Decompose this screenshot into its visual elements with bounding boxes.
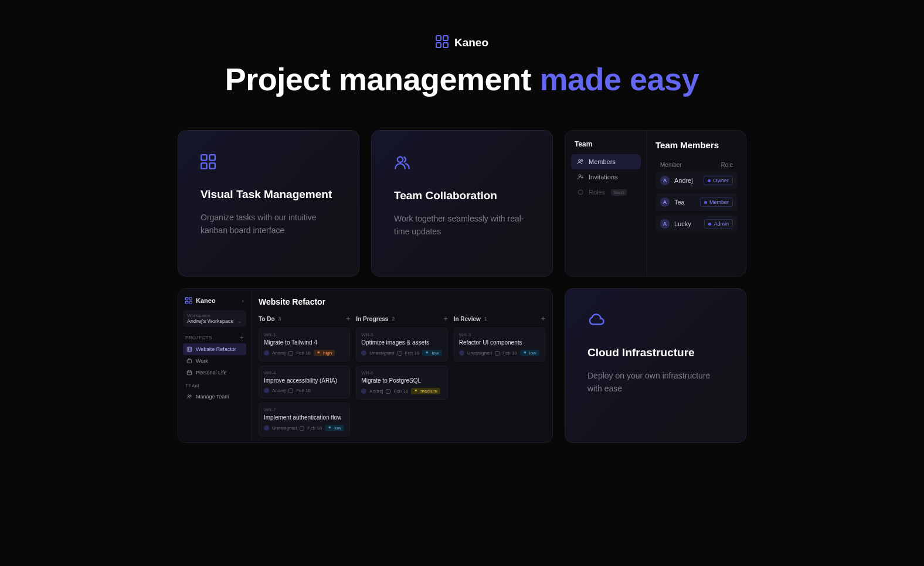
- member-row[interactable]: A Andrej Owner: [655, 172, 738, 189]
- assignee-avatar: [264, 350, 269, 356]
- svg-rect-22: [187, 360, 192, 363]
- kanban-column: In Review 1 + WR-3 Refactor UI component…: [454, 315, 545, 441]
- due-date: Feb 16: [307, 425, 322, 431]
- project-item[interactable]: Personal Life: [183, 367, 246, 379]
- kanban-main: Website Refactor To Do 3 + WR-1 Migrate …: [252, 289, 552, 442]
- task-title: Migrate to PostgreSQL: [361, 377, 442, 384]
- soon-badge: Soon: [611, 189, 627, 196]
- task-id: WR-6: [361, 370, 442, 376]
- kanban-sidebar: Kaneo ‹ Workspace Andrej's Workspace ⌄ P…: [178, 289, 252, 442]
- card-team-collab: Team Collaboration Work together seamles…: [371, 130, 553, 277]
- column-name: In Progress: [356, 316, 388, 322]
- card-visual-task: Visual Task Management Organize tasks wi…: [178, 130, 359, 277]
- task-id: WR-1: [264, 332, 345, 337]
- priority-badge: low: [422, 350, 441, 356]
- team-main: Team Members Member Role A Andrej OwnerA…: [647, 131, 746, 276]
- project-item[interactable]: Work: [183, 355, 246, 367]
- task-card[interactable]: WR-5 Optimize images & assets Unassigned…: [356, 328, 447, 362]
- card-desc: Work together seamlessly with real-time …: [394, 213, 530, 238]
- svg-rect-1: [443, 36, 448, 40]
- assignee-avatar: [264, 425, 269, 431]
- collapse-icon[interactable]: ‹: [242, 298, 244, 304]
- member-name: Tea: [674, 199, 685, 206]
- calendar-icon: [186, 370, 192, 376]
- due-date: Feb 16: [296, 388, 311, 393]
- task-title: Refactor UI components: [459, 339, 540, 346]
- card-cloud: Cloud Infrastructure Deploy on your own …: [565, 288, 746, 443]
- assignee-name: Unassigned: [272, 425, 297, 431]
- member-row[interactable]: A Tea Member: [655, 193, 738, 211]
- workspace-label: Workspace: [187, 313, 242, 318]
- add-task-button[interactable]: +: [444, 315, 448, 323]
- assignee-name: Unassigned: [467, 350, 492, 356]
- column-name: In Review: [454, 316, 481, 322]
- manage-team-link[interactable]: Manage Team: [183, 391, 246, 403]
- task-card[interactable]: WR-4 Improve accessibility (ARIA) Andrej…: [259, 366, 350, 398]
- task-title: Implement authentication flow: [264, 414, 345, 421]
- grid-icon: [201, 154, 337, 172]
- workspace-name: Andrej's Workspace: [187, 318, 234, 324]
- due-date: Feb 16: [393, 388, 408, 394]
- card-desc: Organize tasks with our intuitive kanban…: [201, 212, 337, 237]
- avatar: A: [660, 219, 670, 229]
- priority-badge: low: [520, 350, 539, 356]
- member-row[interactable]: A Lucky Admin: [655, 215, 738, 233]
- workspace-switcher[interactable]: Workspace Andrej's Workspace ⌄: [183, 310, 246, 327]
- project-name: Personal Life: [196, 370, 227, 376]
- svg-point-28: [190, 395, 192, 397]
- svg-rect-3: [443, 43, 448, 47]
- member-name: Andrej: [674, 177, 693, 184]
- task-card[interactable]: WR-1 Migrate to Tailwind 4 Andrej Feb 16…: [259, 328, 350, 362]
- logo-icon: [436, 35, 449, 50]
- task-id: WR-7: [264, 407, 345, 412]
- users-icon: [394, 154, 530, 173]
- card-title: Visual Task Management: [201, 188, 337, 201]
- task-title: Improve accessibility (ARIA): [264, 377, 345, 384]
- svg-rect-6: [201, 163, 206, 168]
- nav-label: Invitations: [589, 173, 618, 180]
- svg-point-11: [579, 175, 581, 177]
- chevron-down-icon: ⌄: [237, 318, 242, 324]
- member-name: Lucky: [674, 220, 691, 227]
- column-count: 1: [484, 316, 487, 322]
- svg-rect-2: [436, 43, 441, 47]
- nav-label: Members: [589, 158, 616, 165]
- role-badge: Admin: [704, 219, 733, 229]
- task-card[interactable]: WR-7 Implement authentication flow Unass…: [259, 403, 350, 437]
- svg-rect-0: [436, 36, 441, 40]
- headline: Project management made easy: [0, 61, 924, 97]
- project-item[interactable]: Website Refactor: [183, 343, 246, 355]
- svg-point-8: [398, 157, 403, 162]
- add-task-button[interactable]: +: [541, 315, 545, 323]
- headline-main: Project management: [225, 62, 540, 97]
- avatar: A: [660, 176, 670, 185]
- svg-point-27: [188, 395, 189, 397]
- nav-label: Roles: [589, 189, 605, 196]
- svg-rect-19: [187, 347, 192, 352]
- assignee-avatar: [459, 350, 464, 356]
- priority-badge: high: [314, 350, 335, 356]
- task-card[interactable]: WR-6 Migrate to PostgreSQL Andrej Feb 16…: [356, 366, 447, 400]
- card-desc: Deploy on your own infrastructure with e…: [587, 370, 723, 395]
- role-badge: Owner: [704, 176, 733, 185]
- assignee-name: Andrej: [272, 388, 286, 393]
- priority-badge: medium: [411, 388, 440, 394]
- task-card[interactable]: WR-3 Refactor UI components Unassigned F…: [454, 328, 545, 362]
- svg-point-14: [578, 190, 583, 195]
- nav-members[interactable]: Members: [571, 154, 641, 169]
- calendar-icon: [398, 351, 402, 356]
- kanban-title: Website Refactor: [259, 297, 545, 306]
- priority-badge: low: [325, 425, 344, 431]
- add-project-button[interactable]: +: [240, 334, 244, 341]
- nav-invitations[interactable]: Invitations: [571, 169, 641, 185]
- task-id: WR-3: [459, 332, 540, 337]
- svg-point-10: [581, 160, 583, 162]
- calendar-icon: [300, 426, 304, 431]
- add-task-button[interactable]: +: [346, 315, 350, 323]
- calendar-icon: [288, 388, 293, 393]
- task-title: Optimize images & assets: [361, 339, 442, 346]
- board-icon: [186, 346, 192, 352]
- column-name: To Do: [259, 316, 275, 322]
- avatar: A: [660, 197, 670, 207]
- svg-point-9: [579, 159, 581, 162]
